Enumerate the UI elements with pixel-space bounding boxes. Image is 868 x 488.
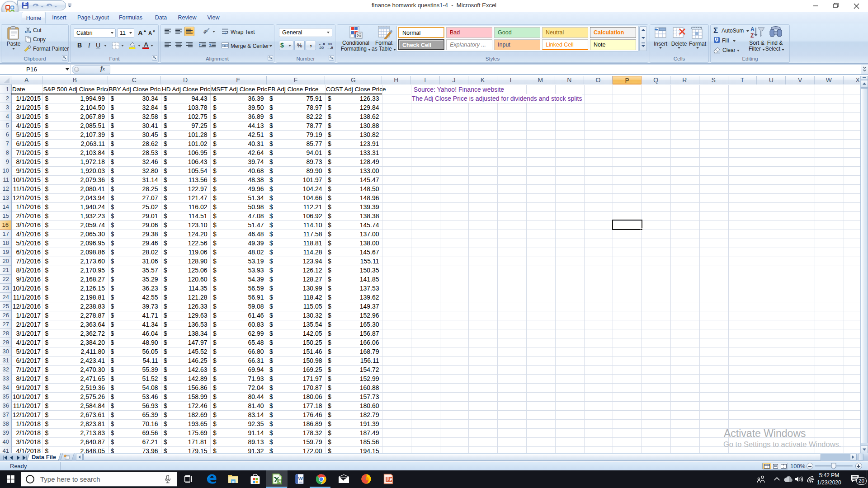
svg-text:W: W (298, 476, 303, 481)
svg-text:ab: ab (203, 28, 208, 35)
svg-text:A: A (750, 26, 755, 33)
svg-text:Z: Z (750, 33, 754, 39)
svg-text:.00: .00 (319, 46, 324, 49)
svg-text:→.0: →.0 (326, 46, 333, 49)
svg-text:a: a (224, 44, 226, 47)
